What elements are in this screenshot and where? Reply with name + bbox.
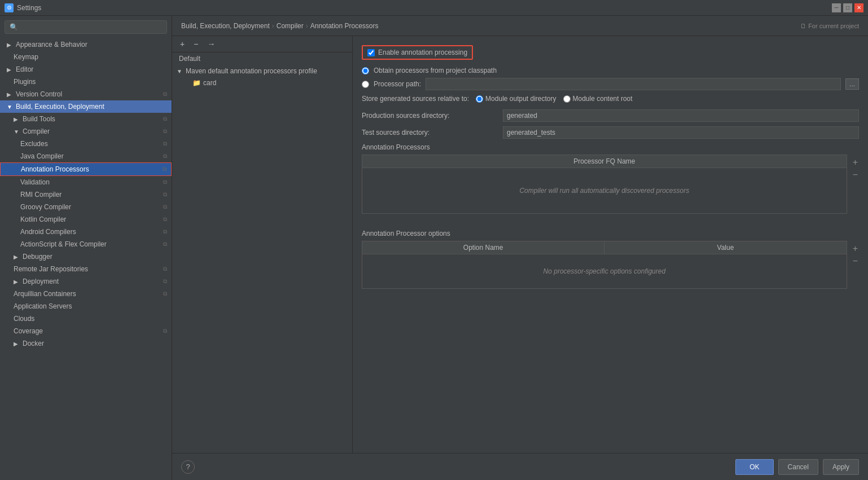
production-sources-input[interactable] (503, 109, 859, 122)
copy-icon: ⧉ (163, 204, 167, 210)
for-current-project-label: For current project (808, 23, 859, 29)
copy-icon: ⧉ (163, 166, 166, 173)
enable-annotation-processing-label: Enable annotation processing (378, 49, 467, 56)
radio-processor-path[interactable] (362, 81, 369, 88)
sidebar-item-remotejar[interactable]: Remote Jar Repositories ⧉ (0, 263, 172, 275)
copy-icon: ⧉ (163, 91, 167, 98)
help-button[interactable]: ? (181, 460, 195, 474)
breadcrumb-sep: › (272, 22, 274, 30)
sidebar-item-debugger[interactable]: ▶ Debugger (0, 250, 172, 263)
maximize-button[interactable]: □ (843, 3, 852, 12)
sidebar-item-label: Remote Jar Repositories (14, 265, 88, 273)
annotation-processor-options-title: Annotation Processor options (362, 230, 859, 237)
enable-processing-row: Enable annotation processing (362, 45, 859, 60)
processor-options-area: Option Name Value No processor-specific … (362, 241, 859, 289)
options-table-body-empty: No processor-specific options configured (362, 254, 847, 288)
copy-icon: ⧉ (163, 290, 167, 297)
sidebar-item-versioncontrol[interactable]: ▶ Version Control ⧉ (0, 88, 172, 100)
sidebar-item-plugins[interactable]: Plugins (0, 76, 172, 88)
radio-row-obtain: Obtain processors from project classpath (362, 67, 859, 74)
sidebar-item-appearance[interactable]: ▶ Appearance & Behavior (0, 38, 172, 51)
arrow-icon: ▶ (14, 279, 20, 285)
sidebar-item-editor[interactable]: ▶ Editor (0, 63, 172, 76)
processor-path-input[interactable] (426, 78, 841, 90)
search-box[interactable]: 🔍 (5, 20, 167, 34)
ok-button[interactable]: OK (735, 459, 773, 475)
enable-annotation-processing-checkbox[interactable] (367, 49, 375, 56)
copy-icon: ⧉ (163, 140, 167, 147)
sidebar-item-build[interactable]: ▼ Build, Execution, Deployment (0, 100, 172, 113)
sidebar-item-label: ActionScript & Flex Compiler (20, 240, 107, 248)
remove-option-button[interactable]: − (852, 256, 859, 267)
options-table-header: Option Name Value (362, 241, 847, 254)
sidebar-item-annotationprocessors[interactable]: Annotation Processors ⧉ (0, 162, 172, 176)
sidebar-item-deployment[interactable]: ▶ Deployment ⧉ (0, 275, 172, 288)
sidebar-item-compiler[interactable]: ▼ Compiler ⧉ (0, 125, 172, 138)
sidebar-item-buildtools[interactable]: ▶ Build Tools ⧉ (0, 113, 172, 125)
profile-item-default[interactable]: Default (172, 52, 352, 65)
settings-panel: Enable annotation processing Obtain proc… (353, 36, 868, 453)
search-icon: 🔍 (10, 23, 18, 31)
sidebar-item-docker[interactable]: ▶ Docker (0, 337, 172, 350)
profile-item-label: Default (179, 55, 200, 63)
sidebar-item-label: Debugger (23, 253, 52, 261)
test-sources-input[interactable] (503, 126, 859, 139)
sidebar-item-actionscript[interactable]: ActionScript & Flex Compiler ⧉ (0, 238, 172, 250)
add-profile-button[interactable]: + (177, 38, 188, 50)
sidebar-item-label: Java Compiler (20, 152, 64, 160)
sidebar-item-label: Arquillian Containers (14, 290, 76, 298)
apply-button[interactable]: Apply (823, 459, 859, 475)
enable-annotation-processing-highlight: Enable annotation processing (362, 45, 473, 60)
copy-icon: ⧉ (163, 116, 167, 122)
arrow-icon: ▼ (14, 129, 20, 135)
sidebar-item-excludes[interactable]: Excludes ⧉ (0, 138, 172, 150)
sidebar-item-label: Editor (16, 65, 33, 73)
arrow-icon: ▶ (7, 91, 14, 98)
copy-icon: ⧉ (163, 153, 167, 160)
store-sources-row: Store generated sources relative to: Mod… (362, 95, 859, 103)
sidebar-item-coverage[interactable]: Coverage ⧉ (0, 325, 172, 337)
profile-child-card[interactable]: 📁 card (172, 77, 352, 89)
profile-child-label: card (203, 79, 216, 87)
cancel-button[interactable]: Cancel (778, 459, 818, 475)
sidebar-item-clouds[interactable]: Clouds (0, 312, 172, 325)
options-empty-text: No processor-specific options configured (543, 267, 666, 275)
sidebar-item-rmicompiler[interactable]: RMI Compiler ⧉ (0, 188, 172, 201)
radio-obtain-classpath-label: Obtain processors from project classpath (374, 67, 497, 74)
annotation-processors-table: Processor FQ Name Compiler will run all … (362, 155, 847, 214)
sidebar-item-label: Docker (23, 340, 44, 347)
copy-icon: ⧉ (163, 191, 167, 198)
sidebar-item-kotlincompiler[interactable]: Kotlin Compiler ⧉ (0, 213, 172, 226)
sidebar-item-groovycompiler[interactable]: Groovy Compiler ⧉ (0, 201, 172, 213)
close-button[interactable]: ✕ (854, 3, 863, 12)
sidebar-item-javacompiler[interactable]: Java Compiler ⧉ (0, 150, 172, 162)
radio-module-output-label: Module output directory (485, 95, 556, 103)
add-option-button[interactable]: + (852, 243, 859, 254)
sidebar-item-validation[interactable]: Validation ⧉ (0, 176, 172, 188)
radio-module-output[interactable]: Module output directory (476, 95, 556, 103)
obtain-processors-group: Obtain processors from project classpath… (362, 67, 859, 90)
remove-processor-button[interactable]: − (852, 169, 859, 180)
radio-module-output-input[interactable] (476, 95, 483, 103)
minimize-button[interactable]: ─ (832, 3, 841, 12)
search-input[interactable] (20, 23, 162, 31)
sidebar-item-label: Build Tools (23, 115, 55, 123)
sidebar-item-label: Android Compilers (20, 228, 76, 236)
window-controls: ─ □ ✕ (832, 3, 863, 12)
radio-module-content-input[interactable] (563, 95, 571, 103)
radio-module-content-label: Module content root (573, 95, 633, 103)
radio-module-content[interactable]: Module content root (563, 95, 633, 103)
sidebar-item-keymap[interactable]: Keymap (0, 51, 172, 63)
breadcrumb-part-1: Build, Execution, Deployment (181, 22, 270, 30)
sidebar-item-appservers[interactable]: Application Servers (0, 300, 172, 312)
browse-button[interactable]: ... (845, 78, 859, 90)
bottom-bar: ? OK Cancel Apply (172, 453, 868, 480)
copy-profile-button[interactable]: → (204, 38, 218, 50)
sidebar-item-arquillian[interactable]: Arquillian Containers ⧉ (0, 288, 172, 300)
profile-group-maven[interactable]: ▼ Maven default annotation processors pr… (172, 65, 352, 77)
sidebar-item-label: Compiler (23, 127, 50, 135)
add-processor-button[interactable]: + (852, 157, 859, 168)
remove-profile-button[interactable]: − (190, 38, 201, 50)
radio-obtain-classpath[interactable] (362, 67, 369, 74)
sidebar-item-androidcompilers[interactable]: Android Compilers ⧉ (0, 226, 172, 238)
